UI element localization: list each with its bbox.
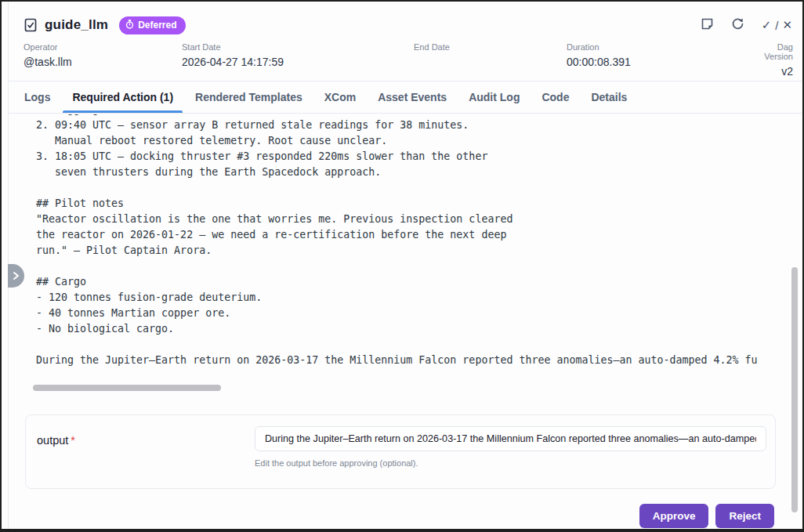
meta-duration: Duration 00:00:08.391 [567,42,751,78]
meta-operator: Operator @task.llm [24,42,182,78]
mission-report-text: logging resumed after reboot. 2. 09:40 U… [25,114,789,368]
meta-value: 2026-04-27 14:17:59 [182,56,414,68]
required-action-form: output* Edit the output before approving… [25,414,776,489]
note-button[interactable] [701,17,714,34]
status-badge: Deferred [119,16,185,34]
tab-bar: Logs Required Action (1) Rendered Templa… [9,81,802,114]
horizontal-scrollbar-thumb[interactable] [33,385,221,391]
page-title: guide_llm [45,17,108,33]
refresh-icon [731,17,744,34]
tab-required-action[interactable]: Required Action (1) [61,81,184,113]
sticky-note-icon [701,17,714,34]
tab-asset-events[interactable]: Asset Events [367,81,458,113]
output-input[interactable] [255,426,766,451]
meta-label: Start Date [182,42,414,52]
expand-panel-handle[interactable] [8,264,24,288]
meta-value: v2 [751,65,793,78]
stopwatch-icon [125,20,134,31]
meta-label: Dag Version [751,42,793,61]
task-instance-window: guide_llm Deferred [0,0,804,532]
tab-rendered-templates[interactable]: Rendered Templates [184,81,313,113]
required-action-content[interactable]: logging resumed after reboot. 2. 09:40 U… [25,114,789,385]
tab-xcom[interactable]: XCom [313,81,367,113]
footer-actions: Approve Reject [639,504,774,528]
tab-code[interactable]: Code [531,81,580,113]
meta-label: End Date [414,42,567,52]
chevron-right-icon [13,271,20,280]
check-icon: ✓ [762,18,773,32]
meta-value: @task.llm [24,56,182,68]
approve-button[interactable]: Approve [639,504,709,528]
reject-button[interactable]: Reject [715,504,774,528]
required-asterisk: * [71,434,75,447]
mark-state-button[interactable]: ✓ / ✕ [762,18,793,32]
output-field-label: output* [37,426,255,468]
close-icon: ✕ [782,18,793,32]
meta-value: 00:00:08.391 [567,56,751,68]
meta-label: Duration [567,42,751,52]
meta-end-date: End Date [414,42,567,78]
refresh-button[interactable] [731,17,744,34]
tab-logs[interactable]: Logs [13,81,61,113]
task-meta: Operator @task.llm Start Date 2026-04-27… [24,42,793,78]
tab-details[interactable]: Details [580,81,638,113]
output-helper-text: Edit the output before approving (option… [255,458,766,468]
meta-start-date: Start Date 2026-04-27 14:17:59 [182,42,414,78]
meta-dag-version: Dag Version v2 [751,42,793,78]
status-badge-label: Deferred [138,20,176,31]
meta-label: Operator [24,42,182,52]
task-header: guide_llm Deferred [9,2,802,81]
vertical-scrollbar-thumb[interactable] [791,267,798,512]
slash-separator: / [775,19,779,32]
tab-audit-log[interactable]: Audit Log [458,81,531,113]
task-document-icon [24,18,38,32]
